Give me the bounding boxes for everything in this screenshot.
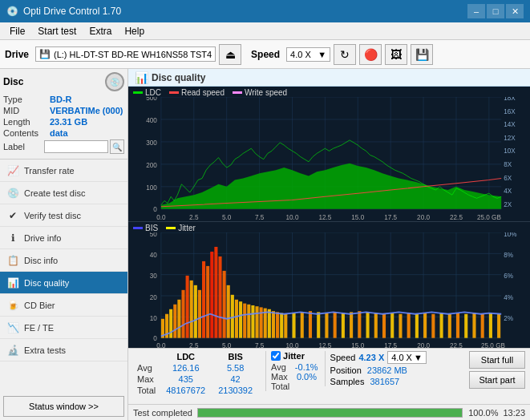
svg-rect-92 (280, 313, 283, 338)
svg-text:50: 50 (150, 232, 157, 238)
svg-rect-104 (374, 313, 378, 338)
jitter-max-row: Max 0.0% (271, 372, 318, 382)
minimize-button[interactable]: – (467, 4, 485, 18)
top-legend: LDC Read speed Write speed (128, 87, 530, 97)
disc-label-input-group: 🔍 (44, 139, 124, 154)
menu-extra[interactable]: Extra (83, 24, 118, 38)
sidebar-item-create-test-disc[interactable]: 💿 Create test disc (0, 182, 127, 204)
sidebar-item-extra-tests[interactable]: 🔬 Extra tests (0, 339, 127, 361)
disc-type-row: Type BD-R (3, 95, 124, 104)
svg-rect-100 (342, 313, 345, 338)
read-speed-label: Read speed (181, 88, 225, 97)
svg-rect-107 (399, 314, 402, 338)
svg-rect-66 (173, 305, 176, 338)
toolbar-icon-btn-2[interactable]: 🖼 (385, 44, 407, 65)
svg-text:10.0: 10.0 (286, 214, 299, 221)
svg-text:17.5: 17.5 (384, 214, 397, 221)
disc-panel-header: Disc 💿 (3, 72, 124, 91)
stats-row-total-label: Total (133, 385, 160, 396)
disc-length-row: Length 23.31 GB (3, 117, 124, 127)
svg-text:25.0 GB: 25.0 GB (477, 214, 501, 221)
svg-text:300: 300 (146, 139, 157, 147)
sidebar-item-verify-test-disc[interactable]: ✔ Verify test disc (0, 204, 127, 227)
svg-text:20.0: 20.0 (417, 341, 430, 348)
svg-text:400: 400 (146, 117, 157, 124)
svg-rect-85 (251, 305, 254, 338)
legend-read-speed: Read speed (169, 88, 225, 97)
sidebar-item-drive-info[interactable]: ℹ Drive info (0, 227, 127, 249)
menu-file[interactable]: File (3, 24, 31, 38)
svg-rect-98 (325, 313, 328, 338)
progress-track (197, 408, 463, 418)
svg-rect-109 (415, 314, 419, 338)
cd-bier-label: CD Bier (24, 301, 55, 310)
cd-bier-icon: 🍺 (6, 299, 19, 312)
disc-label-field[interactable] (44, 140, 108, 153)
svg-text:20: 20 (150, 293, 157, 302)
start-part-button[interactable]: Start part (469, 371, 525, 389)
speed-val-stats: 4.23 X (358, 353, 384, 362)
svg-rect-83 (243, 304, 246, 338)
svg-rect-117 (481, 314, 484, 338)
sidebar-item-cd-bier[interactable]: 🍺 CD Bier (0, 294, 127, 317)
close-button[interactable]: ✕ (506, 4, 524, 18)
disc-label-row: Label 🔍 (3, 139, 124, 154)
eject-button[interactable]: ⏏ (219, 44, 241, 65)
disc-length-value: 23.31 GB (50, 117, 87, 127)
sidebar-item-disc-quality[interactable]: 📊 Disc quality (0, 272, 127, 294)
progress-text: 100.0% (467, 408, 498, 418)
svg-rect-96 (309, 312, 312, 339)
ldc-label: LDC (145, 88, 161, 97)
svg-text:10: 10 (150, 314, 157, 323)
svg-text:8%: 8% (504, 251, 513, 260)
position-label: Position (330, 365, 362, 375)
speed-row-stats: Speed 4.23 X 4.0 X ▼ (330, 351, 427, 364)
svg-rect-86 (255, 307, 258, 339)
speed-dropdown-stats[interactable]: 4.0 X ▼ (387, 351, 427, 364)
disc-label-button[interactable]: 🔍 (110, 139, 124, 154)
svg-rect-95 (301, 313, 304, 338)
jitter-checkbox-row: Jitter (271, 351, 318, 361)
transfer-rate-label: Transfer rate (24, 166, 75, 176)
samples-row: Samples 381657 (330, 377, 427, 386)
toolbar: Drive 💾 (L:) HL-DT-ST BD-RE WH16NS58 TST… (0, 40, 530, 69)
svg-rect-75 (210, 252, 213, 338)
create-test-disc-label: Create test disc (24, 188, 85, 198)
svg-text:18X: 18X (504, 97, 516, 102)
status-window-button[interactable]: Status window >> (3, 396, 124, 417)
menu-start-test[interactable]: Start test (31, 24, 83, 38)
disc-icon: 💿 (105, 72, 124, 91)
start-full-button[interactable]: Start full (469, 351, 525, 369)
svg-text:16X: 16X (504, 108, 516, 115)
bottom-chart-container: 50 40 30 20 10 0 10% 8% 6% 4% 2% 0.0 (128, 232, 530, 348)
jitter-checkbox[interactable] (271, 351, 281, 361)
sidebar-item-disc-info[interactable]: 📋 Disc info (0, 249, 127, 272)
bis-color (133, 227, 143, 229)
bis-label: BIS (145, 224, 158, 232)
svg-rect-82 (239, 302, 242, 338)
sidebar-item-fe-te[interactable]: 📉 FE / TE (0, 317, 127, 339)
svg-rect-116 (472, 313, 475, 338)
drive-info-label: Drive info (24, 233, 61, 243)
svg-rect-77 (218, 256, 221, 338)
top-chart-container: 500 400 300 200 100 0 18X 16X 14X 12X 10… (128, 97, 530, 221)
extra-tests-label: Extra tests (24, 345, 66, 355)
stats-row-avg-label: Avg (133, 362, 160, 374)
action-buttons: Start full Start part (469, 351, 525, 389)
svg-text:4%: 4% (504, 293, 513, 302)
svg-rect-67 (177, 300, 180, 338)
drive-icon: 💾 (39, 49, 51, 59)
refresh-button[interactable]: ↻ (334, 44, 356, 65)
menubar: File Start test Extra Help (0, 22, 530, 40)
toolbar-save-btn[interactable]: 💾 (411, 44, 433, 65)
maximize-button[interactable]: □ (487, 4, 504, 18)
speed-select[interactable]: 4.0 X ▼ (286, 47, 330, 62)
toolbar-icon-btn-1[interactable]: 🔴 (359, 44, 382, 65)
progress-bar-area: Test completed 100.0% 13:23 (128, 404, 530, 420)
menu-help[interactable]: Help (118, 24, 151, 38)
drive-select[interactable]: 💾 (L:) HL-DT-ST BD-RE WH16NS58 TST4 (35, 46, 216, 62)
svg-text:6X: 6X (504, 175, 512, 182)
svg-rect-101 (350, 313, 353, 338)
sidebar-item-transfer-rate[interactable]: 📈 Transfer rate (0, 160, 127, 182)
svg-rect-78 (223, 271, 226, 338)
